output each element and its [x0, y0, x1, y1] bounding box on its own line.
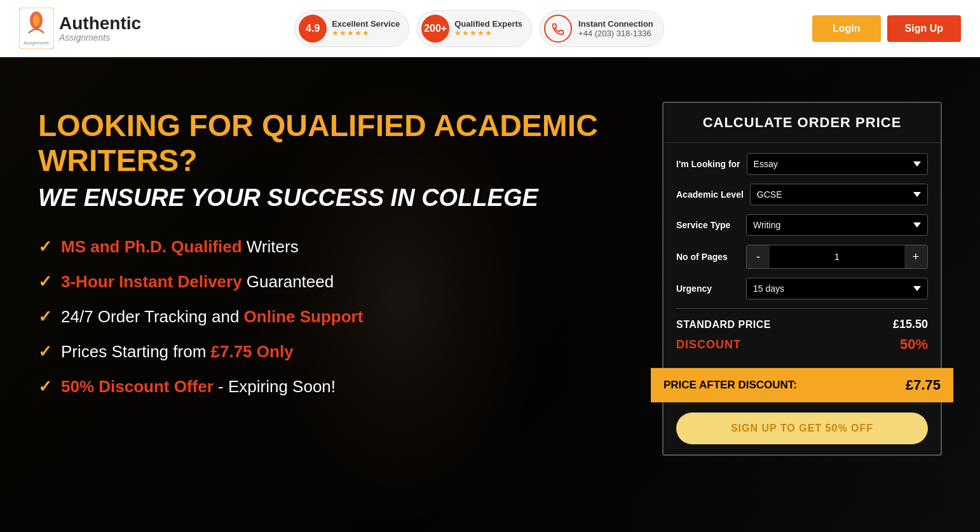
phone-icon [544, 15, 572, 43]
pad-label: PRICE AFTER DISCOUNT: [664, 379, 797, 392]
check-icon-1: ✓ [38, 237, 52, 257]
rating-stars: ★★★★★ [332, 29, 400, 38]
feature-1-highlight: MS and Ph.D. Qualified [61, 237, 242, 256]
discount-row: DISCOUNT 50% [676, 336, 928, 353]
order-form: I'm Looking for Essay Assignment Dissert… [664, 143, 941, 368]
logo-text: Authentic Assignments [59, 15, 141, 43]
feature-2-highlight: 3-Hour Instant Delivery [61, 272, 242, 291]
hero-section: LOOKING FOR QUALIFIED ACADEMIC WRITERS? … [0, 57, 980, 532]
academic-level-row: Academic Level GCSE A-Level Undergraduat… [676, 184, 928, 205]
experts-circle: 200+ [421, 15, 449, 43]
logo-icon: Assignments [19, 8, 54, 49]
feature-1-rest: Writers [242, 237, 299, 256]
pad-value: £7.75 [906, 377, 941, 393]
service-type-select[interactable]: Writing Editing Proofreading Rewriting [746, 214, 928, 236]
check-icon-4: ✓ [38, 342, 52, 362]
check-icon-3: ✓ [38, 307, 52, 327]
pages-minus-button[interactable]: - [747, 245, 770, 268]
price-section: STANDARD PRICE £15.50 DISCOUNT 50% [676, 308, 928, 353]
rating-badge: 4.9 Excellent Service ★★★★★ [294, 10, 409, 47]
header: Assignments Authentic Assignments 4.9 Ex… [0, 0, 980, 57]
login-button[interactable]: Login [812, 15, 881, 42]
feature-5-highlight: 50% Discount Offer [61, 377, 214, 396]
svg-point-2 [33, 15, 39, 26]
feature-5-rest: - Expiring Soon! [214, 377, 336, 396]
feature-3: ✓ 24/7 Order Tracking and Online Support [38, 307, 637, 327]
rating-info: Excellent Service ★★★★★ [332, 19, 400, 38]
urgency-select[interactable]: 15 days 10 days 7 days 5 days 3 days 24 … [746, 278, 928, 299]
hero-headline: LOOKING FOR QUALIFIED ACADEMIC WRITERS? [38, 108, 637, 178]
hero-features: ✓ MS and Ph.D. Qualified Writers ✓ 3-Hou… [38, 237, 637, 397]
header-buttons: Login Sign Up [812, 15, 961, 42]
order-card: CALCULATE ORDER PRICE I'm Looking for Es… [662, 102, 942, 456]
pages-label: No of Pages [676, 251, 740, 263]
logo-area: Assignments Authentic Assignments [19, 8, 159, 49]
order-card-title: CALCULATE ORDER PRICE [664, 103, 941, 143]
standard-price-value: £15.50 [893, 318, 928, 331]
urgency-row: Urgency 15 days 10 days 7 days 5 days 3 … [676, 278, 928, 299]
feature-5: ✓ 50% Discount Offer - Expiring Soon! [38, 377, 637, 397]
experts-info: Qualified Experts ★★★★★ [454, 19, 522, 38]
feature-2: ✓ 3-Hour Instant Delivery Guaranteed [38, 272, 637, 292]
logo-title: Authentic [59, 15, 141, 32]
phone-label: Instant Connection [578, 19, 653, 29]
feature-4-highlight: £7.75 Only [211, 342, 294, 361]
price-after-discount-bar: PRICE AFTER DISCOUNT: £7.75 [651, 368, 953, 402]
feature-4: ✓ Prices Starting from £7.75 Only [38, 342, 637, 362]
feature-1-text: MS and Ph.D. Qualified Writers [61, 237, 299, 257]
logo-subtitle: Assignments [59, 32, 141, 43]
check-icon-2: ✓ [38, 272, 52, 292]
svg-text:Assignments: Assignments [23, 41, 50, 46]
header-badges: 4.9 Excellent Service ★★★★★ 200+ Qualifi… [172, 10, 787, 47]
feature-4-plain: Prices Starting from [61, 342, 211, 361]
hero-subheadline: WE ENSURE YOUR SUCCESS IN COLLEGE [38, 184, 637, 212]
phone-info: Instant Connection +44 (203) 318-1336 [578, 19, 653, 38]
feature-5-text: 50% Discount Offer - Expiring Soon! [61, 377, 336, 397]
standard-price-label: STANDARD PRICE [676, 319, 771, 331]
looking-for-row: I'm Looking for Essay Assignment Dissert… [676, 153, 928, 175]
pages-row: No of Pages - 1 + [676, 245, 928, 269]
discount-label: DISCOUNT [676, 338, 741, 351]
experts-stars: ★★★★★ [454, 29, 522, 38]
signup-discount-button[interactable]: SIGN UP TO GET 50% OFF [676, 413, 928, 444]
rating-circle: 4.9 [299, 15, 327, 43]
feature-3-text: 24/7 Order Tracking and Online Support [61, 307, 363, 327]
hero-content: LOOKING FOR QUALIFIED ACADEMIC WRITERS? … [0, 57, 980, 532]
service-type-label: Service Type [676, 219, 740, 231]
rating-label: Excellent Service [332, 19, 400, 29]
academic-level-select[interactable]: GCSE A-Level Undergraduate Master's PhD [750, 184, 928, 205]
feature-3-plain: 24/7 Order Tracking and [61, 307, 244, 326]
experts-badge: 200+ Qualified Experts ★★★★★ [417, 10, 532, 47]
pages-plus-button[interactable]: + [904, 245, 927, 268]
hero-headline-line1: LOOKING FOR QUALIFIED ACADEMIC [38, 109, 598, 142]
feature-4-text: Prices Starting from £7.75 Only [61, 342, 294, 362]
phone-badge: Instant Connection +44 (203) 318-1336 [540, 10, 664, 47]
feature-2-text: 3-Hour Instant Delivery Guaranteed [61, 272, 334, 292]
pages-control: - 1 + [746, 245, 928, 269]
phone-number: +44 (203) 318-1336 [578, 29, 653, 38]
feature-3-highlight: Online Support [244, 307, 364, 326]
discount-value: 50% [900, 336, 928, 353]
service-type-row: Service Type Writing Editing Proofreadin… [676, 214, 928, 236]
standard-price-row: STANDARD PRICE £15.50 [676, 318, 928, 331]
hero-left: LOOKING FOR QUALIFIED ACADEMIC WRITERS? … [38, 95, 637, 397]
pages-value: 1 [770, 252, 904, 262]
feature-1: ✓ MS and Ph.D. Qualified Writers [38, 237, 637, 257]
hero-headline-line2: WRITERS? [38, 144, 198, 177]
experts-label: Qualified Experts [454, 19, 522, 29]
academic-level-label: Academic Level [676, 189, 744, 200]
looking-for-label: I'm Looking for [676, 158, 740, 170]
looking-for-select[interactable]: Essay Assignment Dissertation Coursework… [747, 153, 928, 175]
signup-header-button[interactable]: Sign Up [887, 15, 961, 42]
urgency-label: Urgency [676, 283, 740, 294]
feature-2-rest: Guaranteed [242, 272, 334, 291]
check-icon-5: ✓ [38, 377, 52, 397]
